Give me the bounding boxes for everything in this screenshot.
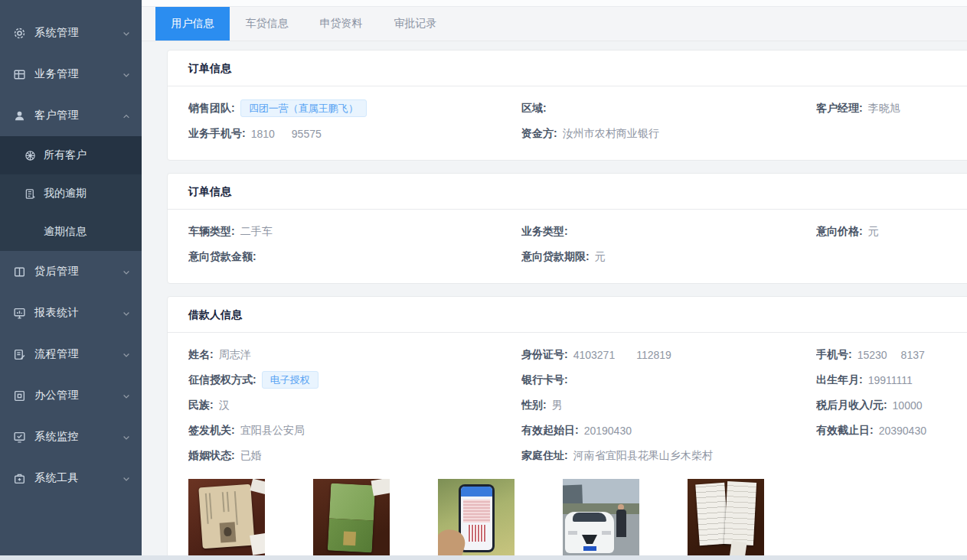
field-label: 签发机关: [188,424,235,438]
sidebar-item-system-monitor[interactable]: 系统监控 [0,416,142,457]
page-content: 订单信息 销售团队: 四团一营（直属王鹏飞） 区域: 客户经理: 李晓旭 [142,41,967,560]
field-value: 汉 [219,399,230,412]
grid-icon [13,68,26,81]
sidebar-item-customer-management[interactable]: 客户管理 [0,95,142,136]
field-intent-price: 意向价格: 元 [816,219,967,244]
field-empty [816,443,967,468]
person-with-car-photo-thumbnail[interactable] [563,479,639,557]
field-value: 已婚 [240,449,262,463]
field-label: 征信授权方式: [188,373,256,387]
field-account-manager: 客户经理: 李晓旭 [816,96,967,121]
card-title: 借款人信息 [168,297,967,333]
field-value: 20190430 [584,425,632,437]
field-label: 意向价格: [816,225,863,239]
chevron-down-icon [122,308,131,317]
field-bank-card: 银行卡号: [521,367,816,392]
field-value: 4103271112819 [573,349,671,361]
notebook-icon [25,188,36,200]
field-label: 业务手机号: [188,127,246,141]
field-value: 宜阳县公安局 [240,424,305,438]
main-area: 用户信息 车贷信息 申贷资料 审批记录 订单信息 销售团队: 四团一营（直属王鹏… [142,0,967,560]
sidebar-item-label: 客户管理 [34,109,122,122]
redaction-patch [615,351,636,360]
field-gender: 性别: 男 [521,392,816,418]
sidebar-item-label: 所有客户 [44,148,87,162]
tab-loan-application-materials[interactable]: 申贷资料 [304,7,378,41]
sidebar-item-report-statistics[interactable]: 报表统计 [0,292,142,334]
field-value: 河南省宜阳县花果山乡木柴村 [573,449,713,463]
field-label: 意向贷款金额: [188,250,256,264]
field-label: 有效起始日: [521,424,579,438]
tab-car-loan-info[interactable]: 车贷信息 [230,7,304,41]
card-title: 订单信息 [168,174,967,210]
field-empty [816,244,967,269]
sidebar-item-my-overdue[interactable]: 我的逾期 [0,174,142,213]
customer-management-submenu: 所有客户 我的逾期 逾期信息 [0,136,142,251]
field-value: 152308137 [858,349,925,361]
field-label: 销售团队: [188,102,235,116]
tab-approval-records[interactable]: 审批记录 [378,7,452,41]
green-booklet-photo-thumbnail[interactable] [313,479,390,557]
paper-documents-photo-thumbnail[interactable] [688,479,764,557]
field-issuing-authority: 签发机关: 宜阳县公安局 [188,418,521,443]
field-label: 资金方: [521,127,557,141]
field-value: 181095575 [251,128,322,140]
field-value: 二手车 [240,225,273,239]
sidebar: 系统管理 业务管理 客户管理 所有客户 [0,0,142,560]
field-label: 银行卡号: [521,373,568,387]
field-valid-from: 有效起始日: 20190430 [521,418,816,443]
tab-user-info[interactable]: 用户信息 [155,7,230,41]
sidebar-item-label: 流程管理 [34,347,122,361]
field-label: 民族: [188,399,214,412]
field-id-number: 身份证号: 4103271112819 [521,342,816,367]
field-label: 区域: [521,102,547,116]
field-label: 家庭住址: [521,449,568,463]
field-label: 车辆类型: [188,225,235,239]
field-birth: 出生年月: 19911111 [816,367,967,392]
field-vehicle-type: 车辆类型: 二手车 [188,219,521,244]
field-credit-auth-method: 征信授权方式: 电子授权 [188,367,521,392]
sidebar-item-all-customers[interactable]: 所有客户 [0,136,142,174]
sidebar-item-system-management[interactable]: 系统管理 [0,12,142,54]
redaction-patch [887,351,901,360]
sidebar-item-label: 办公管理 [34,389,122,402]
field-business-mobile: 业务手机号: 181095575 [188,121,521,146]
field-label: 身份证号: [521,348,568,362]
field-value: 李晓旭 [868,102,900,116]
field-label: 税后月收入/元: [816,399,887,412]
monitor-check-icon [13,431,26,444]
order-info-card: 订单信息 销售团队: 四团一营（直属王鹏飞） 区域: 客户经理: 李晓旭 [167,50,967,161]
field-intent-loan-term: 意向贷款期限: 元 [521,244,816,269]
top-strip [142,0,967,7]
chevron-down-icon [122,28,131,37]
gear-icon [13,27,26,40]
chevron-down-icon [122,267,131,276]
wheel-icon [25,150,36,161]
horizontal-scrollbar[interactable] [0,555,967,560]
field-value: 20390430 [879,425,926,437]
field-value: 男 [552,399,563,412]
sidebar-item-overdue-info[interactable]: 逾期信息 [0,213,142,251]
field-label: 出生年月: [816,373,863,387]
field-value: 19911111 [868,374,913,386]
sidebar-item-process-management[interactable]: 流程管理 [0,334,142,375]
chevron-down-icon [122,391,131,400]
sidebar-item-system-tools[interactable]: 系统工具 [0,457,142,499]
field-region: 区域: [521,96,816,121]
borrower-info-card: 借款人信息 姓名: 周志洋 身份证号: 4103271112819 手机号: 1… [167,296,967,560]
sidebar-item-label: 报表统计 [34,306,122,320]
sidebar-item-postloan-management[interactable]: 贷后管理 [0,251,142,292]
field-label: 客户经理: [816,102,863,116]
tab-bar: 用户信息 车贷信息 申贷资料 审批记录 [142,7,967,41]
field-home-address: 家庭住址: 河南省宜阳县花果山乡木柴村 [521,443,816,468]
sidebar-item-label: 贷后管理 [34,265,122,278]
attachment-thumbnails [188,479,967,557]
sidebar-item-business-management[interactable]: 业务管理 [0,54,142,95]
user-icon [13,109,26,122]
redaction-patch [275,130,292,139]
sidebar-item-office-management[interactable]: 办公管理 [0,375,142,416]
card-title: 订单信息 [168,50,967,86]
field-empty [816,121,967,146]
phone-qr-photo-thumbnail[interactable] [438,479,515,557]
id-card-photo-thumbnail[interactable] [188,479,265,557]
